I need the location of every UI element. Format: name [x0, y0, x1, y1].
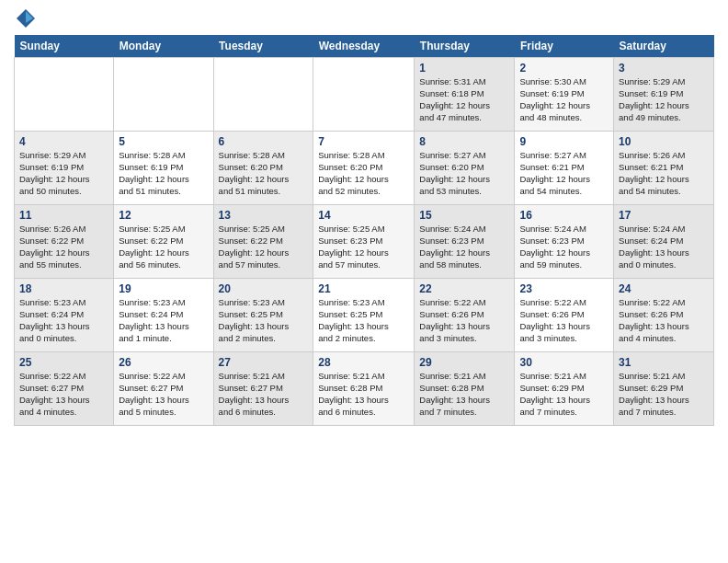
calendar-header: SundayMondayTuesdayWednesdayThursdayFrid…: [15, 35, 714, 58]
weekday-sunday: Sunday: [15, 35, 114, 58]
day-number: 10: [619, 135, 709, 148]
day-number: 9: [519, 135, 609, 148]
day-cell-4-2: 27Sunrise: 5:21 AMSunset: 6:27 PMDayligh…: [213, 352, 313, 426]
day-cell-4-3: 28Sunrise: 5:21 AMSunset: 6:28 PMDayligh…: [313, 352, 415, 426]
day-number: 2: [519, 62, 609, 75]
day-info: Sunrise: 5:31 AMSunset: 6:18 PMDaylight:…: [419, 76, 509, 123]
day-number: 3: [619, 62, 709, 75]
day-number: 17: [619, 209, 709, 222]
day-cell-0-1: [114, 58, 213, 132]
day-info: Sunrise: 5:23 AMSunset: 6:24 PMDaylight:…: [119, 297, 208, 344]
day-cell-4-6: 31Sunrise: 5:21 AMSunset: 6:29 PMDayligh…: [614, 352, 714, 426]
day-info: Sunrise: 5:23 AMSunset: 6:24 PMDaylight:…: [19, 297, 108, 344]
day-cell-4-4: 29Sunrise: 5:21 AMSunset: 6:28 PMDayligh…: [415, 352, 515, 426]
day-info: Sunrise: 5:25 AMSunset: 6:23 PMDaylight:…: [318, 224, 409, 270]
day-cell-3-3: 21Sunrise: 5:23 AMSunset: 6:25 PMDayligh…: [313, 279, 415, 352]
day-cell-4-1: 26Sunrise: 5:22 AMSunset: 6:27 PMDayligh…: [114, 352, 213, 426]
week-row-3: 18Sunrise: 5:23 AMSunset: 6:24 PMDayligh…: [15, 279, 714, 352]
day-cell-2-4: 15Sunrise: 5:24 AMSunset: 6:23 PMDayligh…: [415, 205, 515, 279]
day-cell-2-6: 17Sunrise: 5:24 AMSunset: 6:24 PMDayligh…: [614, 205, 714, 279]
day-info: Sunrise: 5:21 AMSunset: 6:29 PMDaylight:…: [519, 371, 609, 418]
day-number: 24: [619, 282, 709, 295]
calendar-table: SundayMondayTuesdayWednesdayThursdayFrid…: [14, 35, 714, 426]
day-info: Sunrise: 5:27 AMSunset: 6:21 PMDaylight:…: [519, 150, 609, 197]
day-info: Sunrise: 5:22 AMSunset: 6:27 PMDaylight:…: [119, 371, 208, 418]
day-cell-1-5: 9Sunrise: 5:27 AMSunset: 6:21 PMDaylight…: [515, 132, 614, 205]
day-info: Sunrise: 5:29 AMSunset: 6:19 PMDaylight:…: [19, 150, 108, 197]
day-number: 27: [219, 356, 309, 369]
day-cell-3-0: 18Sunrise: 5:23 AMSunset: 6:24 PMDayligh…: [15, 279, 114, 352]
day-number: 6: [219, 135, 309, 148]
day-number: 22: [419, 282, 509, 295]
weekday-monday: Monday: [114, 35, 213, 58]
day-number: 19: [119, 282, 208, 295]
day-info: Sunrise: 5:25 AMSunset: 6:22 PMDaylight:…: [119, 224, 208, 270]
day-info: Sunrise: 5:23 AMSunset: 6:25 PMDaylight:…: [318, 297, 409, 344]
day-number: 28: [318, 356, 409, 369]
day-info: Sunrise: 5:26 AMSunset: 6:22 PMDaylight:…: [19, 224, 108, 270]
day-number: 30: [519, 356, 609, 369]
day-info: Sunrise: 5:22 AMSunset: 6:27 PMDaylight:…: [19, 371, 108, 418]
week-row-1: 4Sunrise: 5:29 AMSunset: 6:19 PMDaylight…: [15, 132, 714, 205]
day-number: 11: [19, 209, 108, 222]
day-cell-3-2: 20Sunrise: 5:23 AMSunset: 6:25 PMDayligh…: [213, 279, 313, 352]
day-info: Sunrise: 5:23 AMSunset: 6:25 PMDaylight:…: [219, 297, 309, 344]
day-cell-0-6: 3Sunrise: 5:29 AMSunset: 6:19 PMDaylight…: [614, 58, 714, 132]
day-cell-1-1: 5Sunrise: 5:28 AMSunset: 6:19 PMDaylight…: [114, 132, 213, 205]
logo-icon: [17, 9, 35, 28]
day-cell-1-0: 4Sunrise: 5:29 AMSunset: 6:19 PMDaylight…: [15, 132, 114, 205]
day-cell-0-3: [313, 58, 415, 132]
weekday-tuesday: Tuesday: [213, 35, 313, 58]
day-info: Sunrise: 5:24 AMSunset: 6:24 PMDaylight:…: [619, 224, 709, 270]
weekday-wednesday: Wednesday: [313, 35, 415, 58]
day-number: 25: [19, 356, 108, 369]
day-info: Sunrise: 5:29 AMSunset: 6:19 PMDaylight:…: [619, 76, 709, 123]
day-cell-1-3: 7Sunrise: 5:28 AMSunset: 6:20 PMDaylight…: [313, 132, 415, 205]
day-cell-2-2: 13Sunrise: 5:25 AMSunset: 6:22 PMDayligh…: [213, 205, 313, 279]
day-cell-2-1: 12Sunrise: 5:25 AMSunset: 6:22 PMDayligh…: [114, 205, 213, 279]
day-info: Sunrise: 5:21 AMSunset: 6:29 PMDaylight:…: [619, 371, 709, 418]
day-cell-3-5: 23Sunrise: 5:22 AMSunset: 6:26 PMDayligh…: [515, 279, 614, 352]
day-cell-0-4: 1Sunrise: 5:31 AMSunset: 6:18 PMDaylight…: [415, 58, 515, 132]
day-number: 16: [519, 209, 609, 222]
day-cell-0-2: [213, 58, 313, 132]
day-number: 4: [19, 135, 108, 148]
day-number: 26: [119, 356, 208, 369]
day-info: Sunrise: 5:24 AMSunset: 6:23 PMDaylight:…: [519, 224, 609, 270]
day-number: 31: [619, 356, 709, 369]
day-number: 7: [318, 135, 409, 148]
day-number: 8: [419, 135, 509, 148]
day-cell-1-2: 6Sunrise: 5:28 AMSunset: 6:20 PMDaylight…: [213, 132, 313, 205]
day-cell-1-6: 10Sunrise: 5:26 AMSunset: 6:21 PMDayligh…: [614, 132, 714, 205]
day-cell-3-6: 24Sunrise: 5:22 AMSunset: 6:26 PMDayligh…: [614, 279, 714, 352]
logo: [14, 9, 35, 28]
day-info: Sunrise: 5:27 AMSunset: 6:20 PMDaylight:…: [419, 150, 509, 197]
day-cell-1-4: 8Sunrise: 5:27 AMSunset: 6:20 PMDaylight…: [415, 132, 515, 205]
week-row-4: 25Sunrise: 5:22 AMSunset: 6:27 PMDayligh…: [15, 352, 714, 426]
day-info: Sunrise: 5:28 AMSunset: 6:19 PMDaylight:…: [119, 150, 208, 197]
week-row-0: 1Sunrise: 5:31 AMSunset: 6:18 PMDaylight…: [15, 58, 714, 132]
day-info: Sunrise: 5:24 AMSunset: 6:23 PMDaylight:…: [419, 224, 509, 270]
day-number: 14: [318, 209, 409, 222]
weekday-row: SundayMondayTuesdayWednesdayThursdayFrid…: [15, 35, 714, 58]
day-number: 20: [219, 282, 309, 295]
day-info: Sunrise: 5:21 AMSunset: 6:28 PMDaylight:…: [419, 371, 509, 418]
main-container: SundayMondayTuesdayWednesdayThursdayFrid…: [0, 0, 728, 435]
day-number: 21: [318, 282, 409, 295]
day-cell-4-0: 25Sunrise: 5:22 AMSunset: 6:27 PMDayligh…: [15, 352, 114, 426]
day-number: 15: [419, 209, 509, 222]
day-number: 23: [519, 282, 609, 295]
day-info: Sunrise: 5:28 AMSunset: 6:20 PMDaylight:…: [219, 150, 309, 197]
day-info: Sunrise: 5:26 AMSunset: 6:21 PMDaylight:…: [619, 150, 709, 197]
day-info: Sunrise: 5:28 AMSunset: 6:20 PMDaylight:…: [318, 150, 409, 197]
day-info: Sunrise: 5:22 AMSunset: 6:26 PMDaylight:…: [419, 297, 509, 344]
week-row-2: 11Sunrise: 5:26 AMSunset: 6:22 PMDayligh…: [15, 205, 714, 279]
header: [14, 9, 714, 28]
day-cell-4-5: 30Sunrise: 5:21 AMSunset: 6:29 PMDayligh…: [515, 352, 614, 426]
logo-text: [14, 9, 35, 28]
day-cell-2-0: 11Sunrise: 5:26 AMSunset: 6:22 PMDayligh…: [15, 205, 114, 279]
weekday-saturday: Saturday: [614, 35, 714, 58]
day-info: Sunrise: 5:25 AMSunset: 6:22 PMDaylight:…: [219, 224, 309, 270]
day-cell-0-0: [15, 58, 114, 132]
day-info: Sunrise: 5:21 AMSunset: 6:27 PMDaylight:…: [219, 371, 309, 418]
